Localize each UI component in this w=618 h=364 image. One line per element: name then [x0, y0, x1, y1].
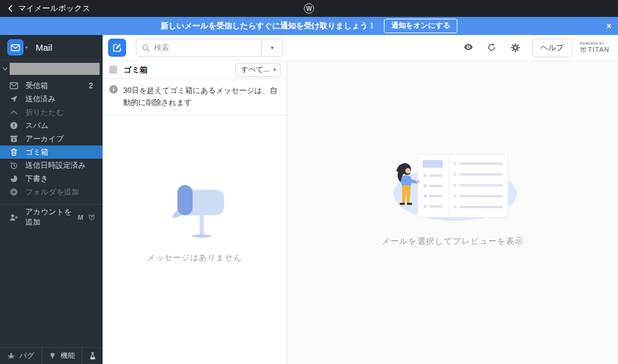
search-icon [142, 44, 150, 52]
read-view-eye-icon[interactable] [464, 43, 473, 53]
toolbar-right: ヘルプ POWERED BY TITAN [450, 39, 610, 57]
main-area: ▾ ヘルプ POWERED BY [103, 35, 618, 364]
preview-empty-message: メールを選択してプレビューを表示 [381, 236, 523, 247]
trash-info-row: i 30日を超えてゴミ箱にあるメッセージは、自動的に削除されます [103, 79, 287, 115]
bug-icon [7, 352, 15, 360]
filter-dropdown[interactable]: すべて... ▾ [235, 63, 281, 77]
back-to-mailboxes-button[interactable]: マイメールボックス [8, 3, 90, 14]
app-name: Mail [36, 42, 53, 53]
labs-button[interactable] [82, 348, 103, 364]
chevron-up-icon [9, 108, 18, 117]
sidebar-item-trash[interactable]: ゴミ箱 [0, 145, 103, 159]
folder-list: 受信箱 2 送信済み 折りたたむ [0, 79, 103, 199]
refresh-icon[interactable] [487, 43, 497, 53]
inbox-icon [9, 81, 18, 91]
settings-gear-icon[interactable] [511, 43, 520, 53]
sidebar-item-archive[interactable]: アーカイブ [0, 132, 103, 145]
banner-message: 新しいメールを受信したらすぐに通知を受け取りましょう！ [161, 21, 375, 31]
unread-count-badge: 2 [89, 81, 93, 90]
compose-pencil-icon [112, 43, 122, 53]
report-bug-button[interactable]: バグ [0, 348, 42, 364]
clock-send-icon [9, 161, 18, 170]
trash-info-message: 30日を超えてゴミ箱にあるメッセージは、自動的に削除されます [123, 85, 279, 109]
envelope-icon [11, 44, 20, 51]
search-options-dropdown[interactable]: ▾ [261, 39, 282, 56]
toolbar: ▾ ヘルプ POWERED BY [103, 35, 618, 61]
wordpress-icon: W [304, 4, 314, 14]
account-selector[interactable] [0, 60, 103, 77]
back-label: マイメールボックス [18, 3, 90, 14]
gmail-icon: M [78, 214, 83, 221]
mail-app-switcher-button[interactable] [7, 39, 24, 56]
powered-by-titan-logo: POWERED BY TITAN [580, 42, 610, 53]
account-email-redacted [10, 63, 100, 75]
search-box: ▾ [136, 39, 283, 57]
mail-app-window: マイメールボックス W 新しいメールを受信したらすぐに通知を受け取りましょう！ … [0, 0, 618, 364]
preview-pane: メールを選択してプレビューを表示 [287, 61, 618, 364]
draft-icon [9, 174, 18, 184]
select-all-checkbox[interactable] [109, 66, 117, 74]
titan-crown-icon [88, 214, 95, 221]
wordpress-admin-bar: マイメールボックス W [0, 0, 618, 17]
chevron-left-icon [8, 5, 13, 12]
plus-circle-icon [9, 188, 18, 197]
info-icon: i [109, 85, 118, 94]
paper-plane-icon [9, 95, 18, 104]
flask-icon [89, 352, 97, 360]
sidebar-item-add-folder[interactable]: フォルダを追加 [0, 185, 103, 199]
spam-alert-icon [9, 121, 18, 130]
sidebar-item-collapse[interactable]: 折りたたむ [0, 106, 103, 119]
provider-icons: M [78, 214, 95, 221]
empty-list-state: メッセージはありません [103, 115, 287, 364]
request-feature-button[interactable]: 機能 [42, 348, 82, 364]
lightbulb-icon [49, 352, 56, 360]
person-plus-icon [9, 213, 18, 222]
sidebar-header: ▾ Mail [0, 35, 103, 60]
sidebar: ▾ Mail 受信箱 2 [0, 35, 103, 364]
sidebar-divider [0, 204, 103, 205]
enable-notifications-button[interactable]: 通知をオンにする [384, 19, 457, 33]
select-email-illustration [383, 152, 523, 228]
folder-title: ゴミ箱 [124, 65, 148, 75]
add-account-button[interactable]: アカウントを追加 M [0, 210, 103, 225]
chevron-down-icon: ▾ [273, 67, 276, 72]
sidebar-item-spam[interactable]: スパム [0, 119, 103, 132]
list-header: ゴミ箱 すべて... ▾ [103, 61, 287, 79]
notification-banner: 新しいメールを受信したらすぐに通知を受け取りましょう！ 通知をオンにする × [0, 17, 618, 35]
close-icon[interactable]: × [607, 22, 611, 30]
archive-box-icon [9, 135, 18, 144]
sidebar-item-scheduled[interactable]: 送信日時設定済み [0, 159, 103, 172]
titan-crown-icon [580, 46, 587, 53]
search-input[interactable] [154, 43, 261, 52]
empty-list-message: メッセージはありません [147, 252, 242, 263]
sidebar-item-drafts[interactable]: 下書き [0, 172, 103, 185]
chevron-down-icon: ▾ [25, 45, 28, 50]
chevron-down-icon [2, 67, 8, 71]
sidebar-item-inbox[interactable]: 受信箱 2 [0, 79, 103, 92]
help-button[interactable]: ヘルプ [532, 39, 572, 57]
compose-button[interactable] [108, 39, 126, 57]
trash-icon [9, 148, 18, 157]
message-list-pane: ゴミ箱 すべて... ▾ i 30日を超えてゴミ箱にあるメッセージは、自動的に削… [103, 61, 287, 364]
sidebar-item-sent[interactable]: 送信済み [0, 92, 103, 106]
mailbox-illustration [160, 184, 230, 240]
sidebar-footer: バグ 機能 [0, 347, 103, 364]
